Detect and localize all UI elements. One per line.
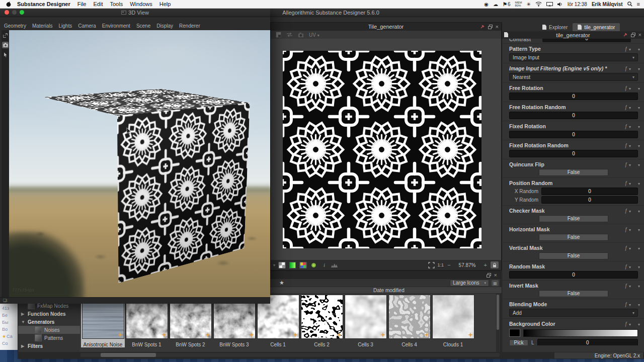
tree-item-filters[interactable]: ▶ Filters xyxy=(18,342,80,350)
param-expand-caret[interactable]: ▾ xyxy=(638,125,640,129)
tree-arrow-icon[interactable]: ▼ xyxy=(21,320,25,324)
color-swatch[interactable] xyxy=(509,329,520,337)
zoom-traffic-light[interactable] xyxy=(20,10,24,15)
param-slider[interactable]: 0 xyxy=(541,188,638,195)
pin-icon[interactable] xyxy=(623,32,628,37)
param-expand-caret[interactable]: ▾ xyxy=(638,322,640,327)
param-toggle-button[interactable]: False xyxy=(539,290,608,297)
close-traffic-light[interactable] xyxy=(5,10,9,15)
zoom-in-button[interactable]: + xyxy=(484,262,487,268)
cloud-icon[interactable]: ☁ xyxy=(493,2,498,7)
function-toggle[interactable]: ƒ ▾ xyxy=(625,264,631,269)
menu-item-tools[interactable]: Tools xyxy=(110,1,123,7)
function-toggle[interactable]: ƒ ▾ xyxy=(625,162,631,167)
param-expand-caret[interactable]: ▾ xyxy=(638,144,640,148)
wifi-icon[interactable] xyxy=(535,2,542,7)
panel-tab-tile_generator[interactable]: tile_generator xyxy=(573,23,620,31)
2d-canvas[interactable]: 24 x 1024 (Grayscale, 16bpc) xyxy=(271,39,501,261)
library-item-cells-3[interactable]: Cells 3 xyxy=(344,295,387,347)
param-dropdown[interactable]: Nearest▾ xyxy=(509,73,638,81)
function-toggle[interactable]: ƒ ▾ xyxy=(625,302,631,307)
material-preview-cube[interactable] xyxy=(76,95,201,255)
swap-views-icon[interactable] xyxy=(286,32,293,37)
minimize-traffic-light[interactable] xyxy=(12,10,17,15)
function-toggle[interactable]: ƒ ▾ xyxy=(625,66,631,71)
image-output-icon[interactable] xyxy=(276,32,281,38)
zoom-out-button[interactable]: − xyxy=(447,262,450,268)
library-scrollbar[interactable] xyxy=(496,294,500,354)
3d-menu-scene[interactable]: Scene xyxy=(136,23,150,29)
param-slider[interactable]: 0 xyxy=(542,39,631,42)
lock-zoom-button[interactable] xyxy=(491,261,499,268)
float-window-icon[interactable] xyxy=(488,25,493,29)
float-window-icon[interactable] xyxy=(631,33,635,37)
function-toggle[interactable]: ƒ ▾ xyxy=(625,245,631,251)
param-slider[interactable]: 0 xyxy=(509,93,638,100)
apple-menu-icon[interactable] xyxy=(6,1,11,7)
fit-view-icon[interactable] xyxy=(429,262,434,268)
3d-menu-geometry[interactable]: Geometry xyxy=(4,23,26,29)
export-view-icon[interactable] xyxy=(2,32,9,39)
close-icon[interactable]: × xyxy=(496,24,499,29)
function-toggle[interactable]: ƒ ▾ xyxy=(625,208,631,214)
function-toggle[interactable]: ƒ ▾ xyxy=(625,143,631,148)
tree-item-noises[interactable]: Noises xyxy=(18,326,80,334)
param-toggle-button[interactable]: False xyxy=(539,169,608,176)
histogram-icon[interactable] xyxy=(331,262,338,267)
library-item-clouds-1[interactable]: Clouds 1 xyxy=(431,295,475,347)
tree-item-function-nodes[interactable]: ▶ Function Nodes xyxy=(18,310,80,318)
menu-item-file[interactable]: File xyxy=(77,1,87,7)
thumbnail-size-icon[interactable]: ▦ xyxy=(492,280,499,286)
uv-mode-dropdown[interactable]: UV ▾ xyxy=(309,32,319,38)
param-slider[interactable]: 0 xyxy=(509,131,638,138)
param-expand-caret[interactable]: ▾ xyxy=(638,246,640,251)
select-cursor-icon[interactable] xyxy=(2,51,9,58)
3d-menu-camera[interactable]: Camera xyxy=(78,23,96,29)
memory-indicator[interactable]: MEM80% xyxy=(515,1,522,7)
param-slider[interactable]: 0 xyxy=(509,150,638,157)
tree-item-generators[interactable]: ▼ Generators xyxy=(18,318,80,326)
panel-tab-explorer[interactable]: Explorer xyxy=(537,23,573,31)
app-badge-icon[interactable]: ⚑6 xyxy=(503,2,511,7)
tree-item-patterns[interactable]: Patterns xyxy=(18,334,80,342)
channels-caret-icon[interactable]: ▾ xyxy=(273,263,275,267)
tree-arrow-icon[interactable]: ▶ xyxy=(21,312,25,316)
close-icon[interactable]: × xyxy=(494,273,497,278)
airplay-display-icon[interactable] xyxy=(546,2,553,7)
3d-viewport[interactable]: 777x794px xyxy=(9,30,270,298)
param-expand-caret[interactable]: ▾ xyxy=(638,163,640,167)
color-pick-button[interactable]: Pick xyxy=(509,339,528,346)
camera-icon[interactable] xyxy=(298,32,304,38)
param-slider[interactable]: 0 xyxy=(509,112,638,119)
param-expand-caret[interactable]: ▾ xyxy=(638,106,640,110)
layout-grip-icon[interactable]: ❏: xyxy=(3,298,8,303)
param-expand-caret[interactable]: ▾ xyxy=(638,182,640,186)
zoom-level-value[interactable]: 57.87% xyxy=(454,262,480,268)
param-toggle-button[interactable]: False xyxy=(539,215,608,222)
menubar-user[interactable]: Erik Målqvist xyxy=(592,2,623,7)
function-toggle[interactable]: ƒ ▾ xyxy=(625,105,631,110)
function-toggle[interactable]: ƒ ▾ xyxy=(625,227,631,232)
app-menu-title[interactable]: Substance Designer xyxy=(17,1,70,7)
3d-menu-display[interactable]: Display xyxy=(156,23,173,29)
param-slider[interactable]: 0 xyxy=(509,271,638,279)
3d-menu-lights[interactable]: Lights xyxy=(58,23,72,29)
color-channels-icon[interactable] xyxy=(299,262,307,268)
tree-arrow-icon[interactable]: ▶ xyxy=(21,344,25,348)
menubar-clock[interactable]: lör 12:38 xyxy=(568,2,587,7)
param-slider[interactable]: 0 xyxy=(541,196,638,204)
menu-item-help[interactable]: Help xyxy=(159,1,171,7)
actual-size-button[interactable]: 1:1 xyxy=(438,262,444,267)
3d-view-titlebar[interactable]: 3D View xyxy=(0,8,270,17)
library-item-cells-4[interactable]: Cells 4 xyxy=(387,295,431,347)
function-toggle[interactable]: ƒ ▾ xyxy=(625,85,631,91)
param-expand-caret[interactable]: ▾ xyxy=(638,47,640,52)
record-icon[interactable]: ◉ xyxy=(484,2,489,7)
fan-icon[interactable]: ✳ xyxy=(527,2,531,7)
param-expand-caret[interactable]: ▾ xyxy=(638,284,640,289)
3d-menu-materials[interactable]: Materials xyxy=(32,23,53,29)
notification-center-icon[interactable]: ≡ xyxy=(637,1,640,7)
function-toggle[interactable]: ƒ ▾ xyxy=(625,180,631,186)
param-dropdown[interactable]: Image Input▾ xyxy=(509,53,638,61)
param-dropdown[interactable]: Add▾ xyxy=(509,309,638,317)
